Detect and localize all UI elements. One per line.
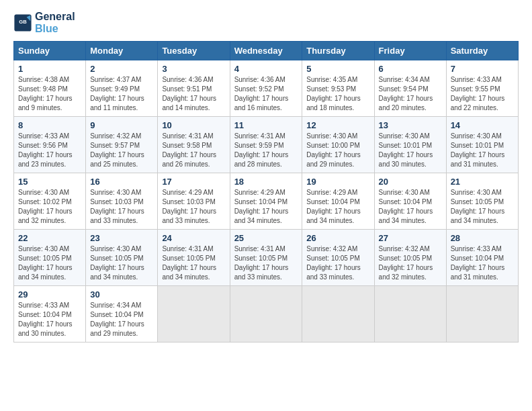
day-info: Sunrise: 4:37 AMSunset: 9:49 PMDaylight:… [90, 75, 153, 113]
day-info: Sunrise: 4:30 AMSunset: 10:05 PMDaylight… [90, 244, 153, 282]
calendar-day-cell: 2Sunrise: 4:37 AMSunset: 9:49 PMDaylight… [86, 60, 158, 117]
day-info: Sunrise: 4:31 AMSunset: 10:05 PMDaylight… [234, 244, 298, 282]
day-number: 16 [90, 177, 153, 187]
logo: GB General Blue [13, 11, 75, 34]
day-number: 30 [90, 289, 153, 300]
calendar-day-cell: 17Sunrise: 4:29 AMSunset: 10:03 PMDaylig… [158, 173, 230, 230]
day-info: Sunrise: 4:34 AMSunset: 10:04 PMDaylight… [90, 301, 153, 338]
calendar-day-cell: 1Sunrise: 4:38 AMSunset: 9:48 PMDaylight… [14, 60, 86, 117]
day-number: 4 [234, 64, 298, 74]
day-info: Sunrise: 4:30 AMSunset: 10:02 PMDaylight… [18, 188, 81, 226]
day-info: Sunrise: 4:36 AMSunset: 9:51 PMDaylight:… [162, 75, 225, 113]
day-number: 10 [162, 120, 225, 130]
day-number: 26 [306, 233, 369, 243]
calendar-week-row: 8Sunrise: 4:33 AMSunset: 9:56 PMDaylight… [14, 117, 519, 173]
calendar-day-cell: 5Sunrise: 4:35 AMSunset: 9:53 PMDaylight… [302, 60, 374, 117]
weekday-header-sunday: Sunday [14, 42, 86, 60]
day-info: Sunrise: 4:30 AMSunset: 10:01 PMDaylight… [451, 132, 514, 169]
day-number: 23 [90, 233, 153, 243]
day-info: Sunrise: 4:33 AMSunset: 10:04 PMDaylight… [18, 301, 81, 338]
calendar-day-cell [374, 286, 446, 342]
day-info: Sunrise: 4:30 AMSunset: 10:00 PMDaylight… [306, 132, 369, 169]
calendar-day-cell: 15Sunrise: 4:30 AMSunset: 10:02 PMDaylig… [14, 173, 86, 230]
day-info: Sunrise: 4:36 AMSunset: 9:52 PMDaylight:… [234, 75, 298, 113]
day-info: Sunrise: 4:32 AMSunset: 10:05 PMDaylight… [379, 244, 442, 282]
svg-text:GB: GB [19, 19, 27, 25]
calendar-page: GB General Blue SundayMondayTuesdayWedne… [0, 0, 532, 356]
weekday-header-monday: Monday [86, 42, 158, 60]
day-info: Sunrise: 4:31 AMSunset: 9:58 PMDaylight:… [162, 132, 225, 169]
calendar-week-row: 29Sunrise: 4:33 AMSunset: 10:04 PMDaylig… [14, 286, 519, 342]
logo-icon: GB [13, 13, 32, 32]
day-number: 11 [234, 120, 298, 130]
calendar-day-cell [158, 286, 230, 342]
calendar-day-cell: 29Sunrise: 4:33 AMSunset: 10:04 PMDaylig… [14, 286, 86, 342]
day-number: 7 [451, 64, 514, 74]
day-number: 19 [306, 177, 369, 187]
day-number: 9 [90, 120, 153, 130]
day-info: Sunrise: 4:30 AMSunset: 10:03 PMDaylight… [90, 188, 153, 226]
day-number: 20 [379, 177, 442, 187]
calendar-day-cell [230, 286, 302, 342]
day-info: Sunrise: 4:31 AMSunset: 9:59 PMDaylight:… [234, 132, 298, 169]
day-info: Sunrise: 4:30 AMSunset: 10:04 PMDaylight… [379, 188, 442, 226]
calendar-day-cell: 22Sunrise: 4:30 AMSunset: 10:05 PMDaylig… [14, 230, 86, 286]
day-info: Sunrise: 4:30 AMSunset: 10:05 PMDaylight… [18, 244, 81, 282]
calendar-week-row: 22Sunrise: 4:30 AMSunset: 10:05 PMDaylig… [14, 230, 519, 286]
calendar-day-cell: 7Sunrise: 4:33 AMSunset: 9:55 PMDaylight… [446, 60, 518, 117]
day-number: 28 [451, 233, 514, 243]
calendar-day-cell: 28Sunrise: 4:33 AMSunset: 10:04 PMDaylig… [446, 230, 518, 286]
day-number: 27 [379, 233, 442, 243]
day-info: Sunrise: 4:32 AMSunset: 9:57 PMDaylight:… [90, 132, 153, 169]
day-number: 5 [306, 64, 369, 74]
day-info: Sunrise: 4:32 AMSunset: 10:05 PMDaylight… [306, 244, 369, 282]
weekday-header-tuesday: Tuesday [158, 42, 230, 60]
calendar-day-cell: 11Sunrise: 4:31 AMSunset: 9:59 PMDayligh… [230, 117, 302, 173]
day-number: 2 [90, 64, 153, 74]
day-info: Sunrise: 4:33 AMSunset: 9:56 PMDaylight:… [18, 132, 81, 169]
day-number: 6 [379, 64, 442, 74]
calendar-day-cell [446, 286, 518, 342]
calendar-day-cell: 25Sunrise: 4:31 AMSunset: 10:05 PMDaylig… [230, 230, 302, 286]
day-number: 13 [379, 120, 442, 130]
calendar-day-cell: 23Sunrise: 4:30 AMSunset: 10:05 PMDaylig… [86, 230, 158, 286]
calendar-day-cell: 14Sunrise: 4:30 AMSunset: 10:01 PMDaylig… [446, 117, 518, 173]
day-info: Sunrise: 4:29 AMSunset: 10:03 PMDaylight… [162, 188, 225, 226]
calendar-day-cell: 24Sunrise: 4:31 AMSunset: 10:05 PMDaylig… [158, 230, 230, 286]
day-number: 25 [234, 233, 298, 243]
calendar-day-cell: 4Sunrise: 4:36 AMSunset: 9:52 PMDaylight… [230, 60, 302, 117]
day-number: 8 [18, 120, 81, 130]
calendar-day-cell: 16Sunrise: 4:30 AMSunset: 10:03 PMDaylig… [86, 173, 158, 230]
calendar-day-cell: 8Sunrise: 4:33 AMSunset: 9:56 PMDaylight… [14, 117, 86, 173]
calendar-day-cell: 13Sunrise: 4:30 AMSunset: 10:01 PMDaylig… [374, 117, 446, 173]
day-info: Sunrise: 4:35 AMSunset: 9:53 PMDaylight:… [306, 75, 369, 113]
day-info: Sunrise: 4:31 AMSunset: 10:05 PMDaylight… [162, 244, 225, 282]
calendar-day-cell: 3Sunrise: 4:36 AMSunset: 9:51 PMDaylight… [158, 60, 230, 117]
day-info: Sunrise: 4:34 AMSunset: 9:54 PMDaylight:… [379, 75, 442, 113]
weekday-header-thursday: Thursday [302, 42, 374, 60]
calendar-day-cell: 18Sunrise: 4:29 AMSunset: 10:04 PMDaylig… [230, 173, 302, 230]
day-number: 21 [451, 177, 514, 187]
day-info: Sunrise: 4:29 AMSunset: 10:04 PMDaylight… [306, 188, 369, 226]
day-info: Sunrise: 4:33 AMSunset: 9:55 PMDaylight:… [451, 75, 514, 113]
calendar-day-cell: 21Sunrise: 4:30 AMSunset: 10:05 PMDaylig… [446, 173, 518, 230]
day-info: Sunrise: 4:33 AMSunset: 10:04 PMDaylight… [451, 244, 514, 282]
calendar-week-row: 15Sunrise: 4:30 AMSunset: 10:02 PMDaylig… [14, 173, 519, 230]
calendar-day-cell: 30Sunrise: 4:34 AMSunset: 10:04 PMDaylig… [86, 286, 158, 342]
calendar-day-cell: 9Sunrise: 4:32 AMSunset: 9:57 PMDaylight… [86, 117, 158, 173]
day-number: 1 [18, 64, 81, 74]
day-number: 12 [306, 120, 369, 130]
day-info: Sunrise: 4:29 AMSunset: 10:04 PMDaylight… [234, 188, 298, 226]
calendar-day-cell: 26Sunrise: 4:32 AMSunset: 10:05 PMDaylig… [302, 230, 374, 286]
calendar-day-cell: 27Sunrise: 4:32 AMSunset: 10:05 PMDaylig… [374, 230, 446, 286]
day-info: Sunrise: 4:38 AMSunset: 9:48 PMDaylight:… [18, 75, 81, 113]
calendar-table: SundayMondayTuesdayWednesdayThursdayFrid… [13, 41, 519, 342]
day-info: Sunrise: 4:30 AMSunset: 10:01 PMDaylight… [379, 132, 442, 169]
day-info: Sunrise: 4:30 AMSunset: 10:05 PMDaylight… [451, 188, 514, 226]
weekday-header-friday: Friday [374, 42, 446, 60]
header: GB General Blue [13, 11, 519, 34]
calendar-day-cell: 20Sunrise: 4:30 AMSunset: 10:04 PMDaylig… [374, 173, 446, 230]
day-number: 3 [162, 64, 225, 74]
day-number: 24 [162, 233, 225, 243]
weekday-header-row: SundayMondayTuesdayWednesdayThursdayFrid… [14, 42, 519, 60]
